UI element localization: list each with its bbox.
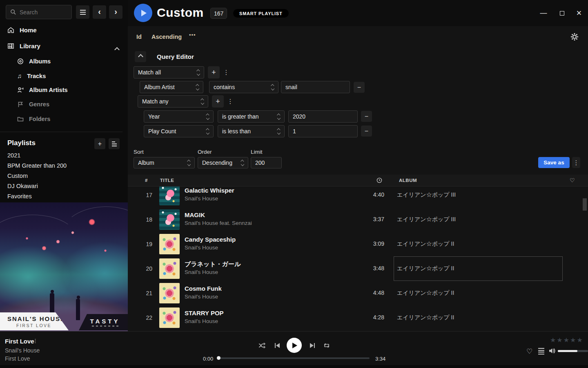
library-collapse-chevron-icon[interactable] [115,46,119,53]
shuffle-button[interactable] [258,342,266,349]
rating-stars[interactable]: ★★★★★ [550,336,584,344]
rule3-operator-select[interactable]: is less than [218,125,285,137]
now-playing-options-button[interactable]: ⋮ [33,338,38,344]
remove-rule2-button[interactable]: − [361,111,372,122]
play-button[interactable] [287,338,302,353]
plus-icon: + [216,97,220,106]
sidebar-item-albums[interactable]: Albums [17,58,51,65]
next-button[interactable] [309,342,316,349]
sort-field-button[interactable]: Id [136,34,142,40]
order-select[interactable]: Descending [198,157,248,168]
vertical-scrollbar-thumb[interactable] [583,198,587,211]
order-label: Order [198,149,212,155]
remove-rule1-button[interactable]: − [354,82,365,93]
favorite-column-heart-icon[interactable]: ♡ [570,177,575,184]
queue-icon[interactable] [538,348,544,355]
playlist-options-button[interactable] [109,138,120,149]
sort-select[interactable]: Album [134,157,195,168]
track-title: STARRY POP [185,310,224,316]
track-artist: Snail's House [185,269,218,275]
sidebar-item-label: Folders [29,116,50,122]
rule3-value-input[interactable]: 1 [288,125,358,137]
match-select-group2[interactable]: Match any [138,95,208,108]
sort-more-button[interactable]: ••• [189,32,196,38]
track-row[interactable]: 19 Candy Spaceship Snail's House 3:09 エイ… [128,232,588,256]
track-row[interactable]: 22 STARRY POP Snail's House 4:28 エイリアン☆ポ… [128,305,588,330]
select-value: Album [138,159,154,166]
track-duration: 3:09 [352,240,384,247]
track-title: Candy Spaceship [185,236,236,243]
match-select-group1[interactable]: Match all [134,66,204,79]
column-album[interactable]: ALBUM [399,178,417,183]
volume-slider[interactable] [558,350,588,352]
repeat-button[interactable] [323,342,330,349]
save-options-button[interactable]: ⋮ [572,157,580,168]
add-playlist-button[interactable]: + [94,138,105,149]
seek-bar[interactable] [218,357,370,359]
sidebar-item-album-artists[interactable]: Album Artists [17,87,68,93]
sidebar-item-home[interactable]: Home [7,27,37,34]
forward-button[interactable]: › [109,5,122,19]
playlist-item-custom[interactable]: Custom [7,173,28,179]
duration-column-clock-icon[interactable] [376,177,382,183]
rule2-value-input[interactable]: 2020 [288,110,358,123]
track-duration: 4:40 [352,191,384,198]
window-maximize-button[interactable] [557,9,566,18]
group1-options-button[interactable]: ⋮ [223,67,230,78]
playlist-item-dj-okawari[interactable]: DJ Okawari [7,183,38,189]
playlist-item-2021[interactable]: 2021 [7,152,20,159]
track-row[interactable]: 18 MAGIK Snail's House feat. Sennzai 3:3… [128,207,588,232]
chevron-left-icon: ‹ [98,7,101,17]
add-rule-button-group2[interactable]: + [212,95,224,108]
sidebar-item-folders[interactable]: Folders [17,116,50,122]
rule1-operator-select[interactable]: contains [209,81,278,93]
sidebar-item-library[interactable]: Library [7,43,40,49]
track-row[interactable]: 17 Galactic Whisper Snail's House 4:40 エ… [128,186,588,207]
plus-icon: + [212,68,216,77]
back-button[interactable]: ‹ [93,5,106,19]
search-box[interactable] [6,5,72,19]
page-title: Custom [157,6,204,20]
sidebar-item-tracks[interactable]: ♫ Tracks [17,72,46,79]
gear-icon[interactable] [570,33,579,41]
track-row[interactable]: 20 プラネット・ガール Snail's House 3:48 エイリアン☆ポッ… [128,256,588,281]
rule3-field-select[interactable]: Play Count [144,125,214,137]
sidebar-item-genres[interactable]: Genres [17,101,49,108]
rule1-field-select[interactable]: Album Artist [140,81,203,93]
favorite-heart-icon[interactable]: ♡ [526,347,532,356]
track-title: Galactic Whisper [185,187,234,194]
track-row[interactable]: 21 Cosmo Funk Snail's House 4:48 エイリアン☆ポ… [128,281,588,305]
limit-input[interactable]: 200 [251,157,282,168]
previous-button[interactable] [274,342,281,349]
track-number: 22 [140,314,152,321]
rule2-operator-select[interactable]: is greater than [218,110,285,123]
select-spinner-icon [241,160,244,166]
rule2-field-select[interactable]: Year [144,110,214,123]
sidebar-item-label: Albums [29,58,51,65]
window-minimize-button[interactable]: — [539,9,548,18]
seek-handle[interactable] [217,356,220,360]
track-list: 17 Galactic Whisper Snail's House 4:40 エ… [128,186,588,331]
add-rule-button-group1[interactable]: + [208,66,220,79]
column-index[interactable]: # [145,178,148,183]
chevron-right-icon: › [114,7,117,17]
sort-direction-button[interactable]: Ascending [151,34,182,40]
list-icon [112,141,117,146]
now-playing-artist: Snail's House [5,347,40,354]
column-title[interactable]: TITLE [160,178,174,183]
group2-options-button[interactable]: ⋮ [227,96,234,107]
menu-button[interactable] [76,5,89,19]
kebab-icon: ⋮ [227,98,234,105]
save-as-button[interactable]: Save as [538,157,570,168]
query-editor-collapse-button[interactable] [135,51,146,62]
playlist-item-bpm[interactable]: BPM Greater than 200 [7,162,67,169]
rule1-value-input[interactable]: snail [281,81,350,93]
play-playlist-button[interactable] [134,4,152,22]
volume-icon[interactable] [548,347,556,355]
track-title: プラネット・ガール [185,260,241,268]
search-input[interactable] [20,9,65,16]
remove-rule3-button[interactable]: − [361,126,372,137]
playlist-item-favorites[interactable]: Favorites [7,193,32,200]
window-close-button[interactable]: × [575,9,584,18]
kebab-icon: ⋮ [573,159,579,166]
